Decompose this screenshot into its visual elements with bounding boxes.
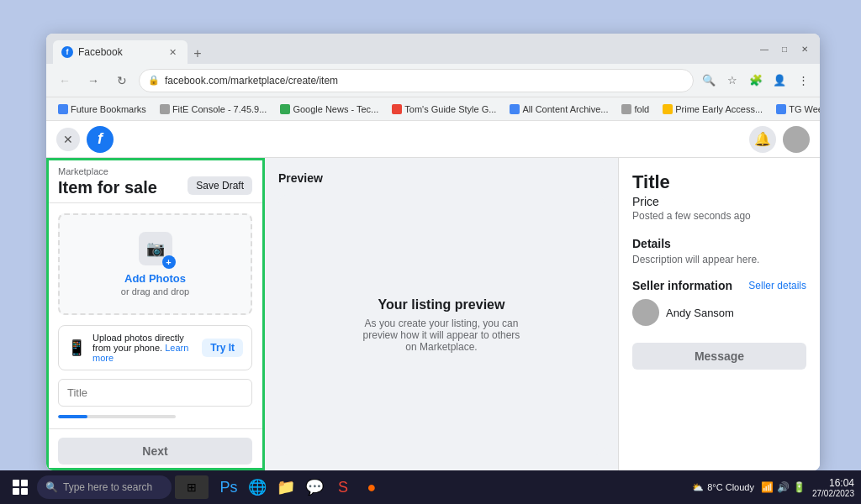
phone-upload-text: Upload photos directly from your phone. … [92,333,195,363]
bookmark-fold[interactable]: fold [616,102,654,116]
toolbar-icons: 🔍 ☆ 🧩 👤 ⋮ [699,71,813,91]
weather-text: 8°C Cloudy [707,482,754,492]
create-panel-header: Marketplace Item for sale Save Draft [46,158,264,203]
taskbar-app-folder[interactable]: 📁 [272,474,299,501]
drag-drop-label: or drag and drop [121,286,189,297]
preview-area: Preview Your listing preview As you crea… [265,158,618,470]
seller-row: Andy Sansom [632,299,806,326]
taskbar-app-mail[interactable]: 💬 [301,474,328,501]
url-text: facebook.com/marketplace/create/item [165,75,338,87]
bookmark-fite[interactable]: FitE Console - 7.45.9... [155,102,272,116]
preview-card: Your listing preview As you create your … [278,195,605,455]
title-input-area [58,379,252,407]
active-tab[interactable]: f Facebook ✕ [53,40,188,64]
save-draft-button[interactable]: Save Draft [188,176,252,195]
preview-image-area: Your listing preview As you create your … [278,195,605,455]
tab-title: Facebook [78,46,123,58]
taskbar-date-value: 27/02/2023 [812,489,854,498]
seller-info-title: Seller information [632,279,732,292]
facebook-page: ✕ f 🔔 Marketplace Item for sale Save Dra… [46,121,820,470]
fb-close-button[interactable]: ✕ [56,128,80,151]
taskbar-app-other[interactable]: ● [358,474,385,501]
tab-close-button[interactable]: ✕ [166,45,179,59]
phone-icon: 📱 [67,339,86,357]
listing-title: Title [632,171,806,193]
taskbar-apps: Ps 🌐 📁 💬 S ● [215,474,385,501]
reload-button[interactable]: ↻ [110,69,134,92]
create-listing-panel: Marketplace Item for sale Save Draft 📷 +… [46,158,265,470]
user-avatar[interactable] [783,126,810,153]
start-button[interactable] [7,474,34,501]
taskbar-app-ps[interactable]: Ps [215,474,242,501]
add-icon: + [162,255,176,269]
add-photos-label: Add Photos [124,272,186,285]
preview-placeholder-title: Your listing preview [378,297,505,312]
taskbar-search[interactable]: 🔍 Type here to search [37,475,172,499]
tab-favicon: f [61,46,73,58]
bookmark-toms[interactable]: Tom's Guide Style G... [387,102,501,116]
bookmark-icon[interactable]: ☆ [722,71,742,91]
fb-content: Marketplace Item for sale Save Draft 📷 +… [46,158,820,470]
seller-name: Andy Sansom [666,307,734,319]
seller-info-row: Seller information Seller details [632,279,806,292]
bookmark-favicon [663,104,673,114]
search-icon[interactable]: 🔍 [699,71,719,91]
photo-upload-icon: 📷 + [139,232,172,265]
battery-icon: 🔋 [793,481,806,493]
taskbar: 🔍 Type here to search ⊞ Ps 🌐 📁 💬 S ● ⛅ 8… [0,470,861,504]
bookmark-favicon [392,104,402,114]
bookmark-gnews[interactable]: Google News - Tec... [275,102,383,116]
profile-icon[interactable]: 👤 [769,71,790,91]
details-section-title: Details [632,237,806,250]
bookmark-favicon [621,104,631,114]
bookmark-future[interactable]: Future Bookmarks [53,102,151,116]
url-bar[interactable]: 🔒 facebook.com/marketplace/create/item [139,69,694,92]
tab-area: f Facebook ✕ + [53,34,744,64]
listing-posted: Posted a few seconds ago [632,210,806,222]
bookmark-favicon [58,104,68,114]
extensions-icon[interactable]: 🧩 [746,71,766,91]
next-button[interactable]: Next [58,438,252,465]
browser-window: f Facebook ✕ + — □ ✕ ← → ↻ 🔒 facebook.co… [46,34,820,470]
taskbar-time-value: 16:04 [812,477,854,489]
page-title: Item for sale [58,178,157,197]
back-button[interactable]: ← [53,69,77,92]
minimize-button[interactable]: — [756,40,773,57]
notifications-button[interactable]: 🔔 [749,126,776,153]
taskbar-search-text: Type here to search [63,481,152,493]
seller-details-link[interactable]: Seller details [748,280,806,291]
marketplace-label: Marketplace [58,166,157,176]
bookmark-allcontent[interactable]: All Content Archive... [504,102,613,116]
maximize-button[interactable]: □ [776,40,793,57]
try-it-button[interactable]: Try It [202,339,243,357]
bookmark-prime[interactable]: Prime Early Access... [658,102,768,116]
taskbar-task-view[interactable]: ⊞ [175,475,209,499]
weather-icon: ⛅ [692,482,704,493]
preview-placeholder-text: As you create your listing, you can prev… [357,318,526,353]
bookmark-favicon [160,104,170,114]
details-section: Details Description will appear here. [632,237,806,265]
menu-icon[interactable]: ⋮ [793,71,813,91]
bookmark-favicon [280,104,290,114]
close-window-button[interactable]: ✕ [796,40,813,57]
bookmark-tgweekly[interactable]: TG Weekly content... [771,102,820,116]
title-input[interactable] [58,379,252,407]
network-icon: 📶 [761,481,774,493]
fb-header-right: 🔔 [749,126,810,153]
phone-upload-bar: 📱 Upload photos directly from your phone… [58,325,252,370]
bookmarks-bar: Future Bookmarks FitE Console - 7.45.9..… [46,97,820,121]
taskbar-time[interactable]: 16:04 27/02/2023 [812,477,854,498]
message-button[interactable]: Message [632,343,806,370]
seller-avatar [632,299,659,326]
forward-button[interactable]: → [82,69,105,92]
taskbar-app-edge[interactable]: 🌐 [244,474,271,501]
new-tab-button[interactable]: + [188,44,208,64]
next-button-area: Next [46,428,264,470]
lock-icon: 🔒 [148,75,160,86]
photo-upload-area[interactable]: 📷 + Add Photos or drag and drop [58,213,252,315]
taskbar-app-slides[interactable]: S [330,474,357,501]
volume-icon: 🔊 [777,481,790,493]
window-controls: — □ ✕ [756,40,813,57]
bookmark-favicon [776,104,786,114]
windows-logo [13,480,28,495]
